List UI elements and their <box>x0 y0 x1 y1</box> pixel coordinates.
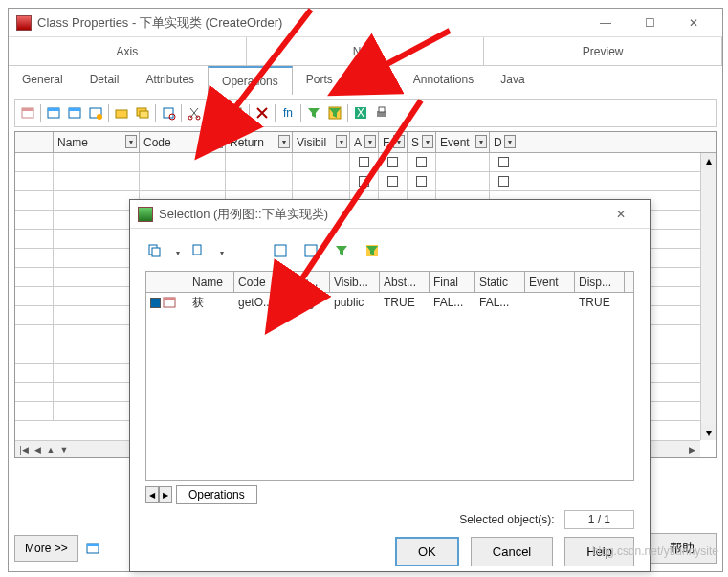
toolbar-icon-print[interactable] <box>373 104 390 122</box>
col-rowhead[interactable] <box>15 132 54 152</box>
tab-operations[interactable]: Operations <box>208 66 293 95</box>
scroll-up-icon[interactable]: ▴ <box>701 153 717 168</box>
col-code[interactable]: Code <box>140 132 226 152</box>
col-visibil[interactable]: Visibil <box>293 132 350 152</box>
grid-row[interactable] <box>15 153 716 172</box>
scroll-down2-icon[interactable]: ▼ <box>57 443 71 456</box>
grid-row[interactable] <box>15 172 716 191</box>
sel-tool-sel2[interactable] <box>302 242 323 263</box>
checkbox-icon[interactable] <box>498 157 509 167</box>
tab-annotations[interactable]: Annotations <box>400 66 487 95</box>
svg-rect-28 <box>152 248 160 256</box>
tab-general[interactable]: General <box>9 66 77 95</box>
col-name[interactable]: Name <box>54 132 140 152</box>
tab-axis[interactable]: Axis <box>9 37 247 65</box>
sel-col[interactable]: Visib... <box>330 272 380 292</box>
sel-tool-paste[interactable] <box>189 242 210 263</box>
toolbar-icon-copy[interactable] <box>207 104 224 122</box>
selection-buttons: OK Cancel Help <box>145 535 634 566</box>
row-checkbox-icon[interactable] <box>150 298 161 308</box>
sel-col[interactable]: Retu... <box>280 272 330 292</box>
col-a[interactable]: A <box>350 132 379 152</box>
selection-tab-operations[interactable]: Operations <box>176 485 257 504</box>
checkbox-icon[interactable] <box>387 176 398 187</box>
ok-button[interactable]: OK <box>395 537 459 566</box>
sel-col[interactable]: Event <box>525 272 575 292</box>
toolbar-icon-cut[interactable] <box>186 104 203 122</box>
sel-tool-filter[interactable] <box>333 242 354 263</box>
cell-disp: TRUE <box>575 296 625 309</box>
tab-note[interactable]: Note <box>247 37 485 65</box>
col-event[interactable]: Event <box>436 132 490 152</box>
toolbar-icon-insert[interactable] <box>66 104 83 122</box>
tab-java[interactable]: Java <box>487 66 538 95</box>
svg-rect-17 <box>232 108 241 119</box>
selection-dialog: Selection (用例图::下单实现类) ✕ ▾ ▾ NameCodeRet… <box>129 199 651 572</box>
window-title: Class Properties - 下单实现类 (CreateOrder) <box>37 14 585 32</box>
toolbar-icon-browse[interactable] <box>113 104 130 122</box>
sel-tool-sel1[interactable] <box>272 242 293 263</box>
more-button[interactable]: More >> <box>14 535 78 562</box>
sel-col[interactable]: Disp... <box>575 272 625 292</box>
col-return[interactable]: Return <box>226 132 293 152</box>
checkbox-icon[interactable] <box>387 157 398 167</box>
toolbar-icon-paste[interactable] <box>228 104 245 122</box>
cancel-button[interactable]: Cancel <box>471 537 553 566</box>
selection-row[interactable]: 获 getO... String public TRUE FAL... FAL.… <box>146 293 633 312</box>
toolbar-icon-props[interactable] <box>19 104 36 122</box>
toolbar-icon-customize[interactable] <box>326 104 343 122</box>
toolbar-icon-filter[interactable] <box>305 104 322 122</box>
tab-parts[interactable]: Parts <box>346 66 400 95</box>
toolbar-icon-dup[interactable] <box>134 104 151 122</box>
col-f[interactable]: F <box>379 132 408 152</box>
vertical-scrollbar[interactable]: ▴ ▾ <box>700 153 716 440</box>
tab-detail[interactable]: Detail <box>77 66 133 95</box>
minimize-button[interactable]: — <box>585 10 627 36</box>
sel-tool-copy[interactable] <box>145 242 166 263</box>
svg-rect-5 <box>69 108 80 111</box>
selection-header: NameCodeRetu...Visib...Abst...FinalStati… <box>146 272 633 293</box>
help-button[interactable]: 帮助 <box>648 533 717 564</box>
selection-icon <box>138 207 153 222</box>
checkbox-icon[interactable] <box>359 176 369 187</box>
maximize-button[interactable]: ☐ <box>629 10 671 36</box>
sel-col[interactable]: Name <box>188 272 234 292</box>
sel-col[interactable] <box>146 272 188 292</box>
toolbar-icon-find[interactable] <box>160 104 177 122</box>
tab-attributes[interactable]: Attributes <box>132 66 208 95</box>
toolbar-icon-add[interactable] <box>87 104 104 122</box>
col-s[interactable]: S <box>408 132 436 152</box>
checkbox-icon[interactable] <box>359 157 369 167</box>
scroll-right-icon[interactable]: ▶ <box>685 443 698 456</box>
svg-rect-26 <box>87 544 99 546</box>
checkbox-icon[interactable] <box>416 157 427 167</box>
toolbar-icon-excel[interactable]: X <box>352 104 369 122</box>
tab-preview[interactable]: Preview <box>484 37 722 65</box>
close-button[interactable]: ✕ <box>673 10 715 36</box>
toolbar-icon-delete[interactable] <box>254 104 271 122</box>
scroll-prev-icon[interactable]: ◀ <box>31 443 44 456</box>
tab-nav-next[interactable]: ▶ <box>159 486 172 503</box>
toolbar-icon-new[interactable] <box>45 104 62 122</box>
scroll-up2-icon[interactable]: ▲ <box>44 443 57 456</box>
checkbox-icon[interactable] <box>498 176 509 187</box>
sel-col[interactable]: Abst... <box>380 272 430 292</box>
scroll-down-icon[interactable]: ▾ <box>701 425 717 440</box>
tab-ports[interactable]: Ports <box>293 66 346 95</box>
status-count: 1 / 1 <box>564 510 634 529</box>
svg-rect-8 <box>116 110 127 118</box>
selection-help-button[interactable]: Help <box>564 537 634 566</box>
footer-icon[interactable] <box>84 540 101 557</box>
svg-rect-31 <box>305 245 317 256</box>
sel-col[interactable]: Final <box>430 272 475 292</box>
checkbox-icon[interactable] <box>416 176 427 187</box>
tab-nav-prev[interactable]: ◀ <box>145 486 159 503</box>
sel-col[interactable]: Code <box>234 272 280 292</box>
scroll-first-icon[interactable]: |◀ <box>17 443 31 456</box>
sel-tool-cust[interactable] <box>364 242 385 263</box>
selection-tabs: ◀ ▶ Operations <box>145 485 634 504</box>
col-d[interactable]: D <box>490 132 518 152</box>
selection-close-button[interactable]: ✕ <box>600 201 642 228</box>
sel-col[interactable]: Static <box>475 272 525 292</box>
toolbar-icon-func[interactable]: fn <box>279 104 297 122</box>
